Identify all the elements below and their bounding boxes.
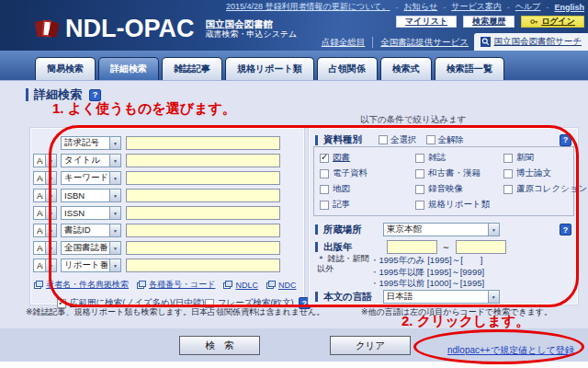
chevron-down-icon: ▼ — [109, 137, 120, 149]
service-guide-link[interactable]: サービス案内 — [451, 1, 502, 13]
operator-select[interactable]: And▼ — [33, 154, 57, 167]
tab-simple-search[interactable]: 簡易検索 — [35, 57, 96, 80]
logo-subtitle: 国立国会図書館 蔵書検索・申込システム — [205, 18, 297, 40]
field-select[interactable]: ISSN▼ — [61, 206, 121, 220]
checkbox-articles[interactable]: ✓記事 — [320, 199, 415, 211]
checkbox-electronic-materials[interactable]: ✓電子資料 — [320, 167, 415, 179]
checkbox-magazines[interactable]: ✓雑誌 — [415, 152, 503, 164]
chevron-down-icon: ▼ — [109, 155, 120, 167]
query-input[interactable] — [126, 154, 280, 167]
query-input[interactable] — [126, 206, 280, 220]
login-button[interactable]: ログイン — [521, 16, 584, 28]
tab-occupation-materials[interactable]: 占領関係 — [317, 57, 378, 80]
annotation-step2: 2. クリックします。 — [401, 313, 529, 330]
query-panel-note: ※雑誌記事、規格リポート類も検索します。日本占領関係資料は含まれません。 — [26, 306, 324, 318]
annotation-step1: 1. よく使うものを選びます。 — [52, 100, 236, 118]
query-row: And▼ タイトル▼ — [31, 152, 303, 169]
query-input[interactable] — [126, 189, 280, 202]
holding-location-select[interactable]: 東京本館▼ — [383, 223, 500, 236]
top-utility-links: 2015/4/28 登録利用者情報の更新について。 - お知らせ - サービス案… — [226, 1, 584, 13]
operator-select[interactable]: And▼ — [33, 206, 57, 220]
tab-search-term-list[interactable]: 検索語一覧 — [435, 57, 504, 80]
mylist-button[interactable]: マイリスト — [396, 16, 457, 28]
tab-advanced-search[interactable]: 詳細検索 — [98, 57, 159, 80]
query-row: And▼ ISSN▼ — [31, 204, 303, 222]
chevron-down-icon: ▼ — [109, 172, 120, 184]
checkbox-newspapers[interactable]: ✓新聞 — [503, 152, 587, 164]
deselect-all-option[interactable]: ✓ 全解除 — [426, 134, 465, 146]
pub-year-to-input[interactable] — [456, 240, 506, 254]
clear-button[interactable]: クリア — [330, 336, 411, 355]
update-notice-link[interactable]: 2015/4/28 登録利用者情報の更新について。 — [226, 1, 390, 13]
deselect-all-checkbox[interactable]: ✓ — [426, 135, 435, 144]
operator-select[interactable]: And▼ — [33, 259, 57, 272]
tab-magazine-articles[interactable]: 雑誌記事 — [162, 57, 222, 80]
register-default-link[interactable]: ndlopac++で規定値として登録 — [447, 344, 574, 357]
pub-year-from-input[interactable] — [387, 240, 437, 254]
select-all-checkbox[interactable]: ✓ — [379, 135, 388, 144]
help-link[interactable]: ヘルプ — [515, 1, 541, 13]
news-link[interactable]: お知らせ — [404, 1, 438, 13]
operator-select[interactable]: And▼ — [33, 241, 57, 255]
refine-note: 以下の条件で絞り込みます — [360, 114, 466, 126]
search-button[interactable]: 検 索 — [179, 336, 260, 355]
checkbox-doctoral-theses[interactable]: ✓博士論文 — [503, 167, 587, 179]
chevron-down-icon: ▼ — [488, 224, 499, 236]
main-tab-bar: 簡易検索 詳細検索 雑誌記事 規格リポート類 占領関係 検索式 検索語一覧 — [0, 51, 588, 81]
field-select[interactable]: 全国書誌番号▼ — [61, 241, 121, 255]
ndc-link[interactable]: NDC — [266, 281, 297, 290]
footer-strip — [0, 362, 588, 368]
separator: - — [396, 3, 399, 12]
query-input[interactable] — [126, 224, 280, 237]
ndl-search-link: 国立国会図書館サーチ — [494, 36, 582, 48]
chevron-down-icon: ▼ — [488, 291, 499, 303]
help-icon[interactable]: ? — [560, 224, 571, 236]
section-bar — [315, 224, 318, 235]
pub-year-examples: ・1995年のみ [1995]～[ ] ・1995年以降 [1995]～[999… — [370, 255, 484, 290]
checkbox-ashihara-collection[interactable]: ✓蘆原コレクション — [503, 183, 587, 195]
operator-select[interactable]: And▼ — [33, 189, 57, 202]
select-all-option[interactable]: ✓ 全選択 — [379, 134, 417, 146]
new-window-icon — [266, 281, 276, 289]
operator-select[interactable]: And▼ — [33, 171, 57, 185]
query-input[interactable] — [126, 171, 280, 185]
query-input[interactable] — [126, 136, 280, 150]
ndl-search-tab[interactable]: 国立国会図書館サーチ — [474, 33, 588, 51]
braille-catalog-link[interactable]: 点録全総目 — [322, 37, 366, 49]
checkbox-books[interactable]: ✓図書 — [320, 152, 415, 164]
text-language-select[interactable]: 日本語▼ — [383, 290, 500, 304]
checkbox-maps[interactable]: ✓地図 — [320, 183, 415, 195]
national-bibliography-link[interactable]: 全国書誌提供サービス — [380, 37, 469, 49]
help-icon[interactable]: ? — [560, 134, 571, 146]
ndlc-link[interactable]: NDLC — [223, 281, 258, 290]
example-line: ・1995年のみ [1995]～[ ] — [370, 255, 484, 267]
search-history-button[interactable]: 検索履歴 — [463, 16, 514, 28]
field-select[interactable]: 請求記号▼ — [61, 136, 121, 150]
query-input[interactable] — [126, 259, 280, 272]
numbers-codes-link[interactable]: 各種番号・コード — [137, 279, 215, 291]
field-select[interactable]: 書誌ID▼ — [61, 224, 121, 237]
section-bar — [315, 242, 318, 252]
query-row: And▼ 全国書誌番号▼ — [31, 239, 303, 257]
chevron-down-icon: ▼ — [45, 242, 56, 254]
title-bar-accent — [26, 88, 28, 101]
query-row: And▼ キーワード▼ — [31, 169, 303, 187]
field-select[interactable]: リポート番号▼ — [61, 259, 121, 272]
tab-search-formula[interactable]: 検索式 — [380, 57, 432, 80]
separator: - — [443, 3, 446, 12]
help-icon[interactable]: ? — [89, 89, 101, 101]
chevron-down-icon: ▼ — [45, 259, 56, 271]
field-select[interactable]: ISBN▼ — [61, 189, 121, 202]
field-select[interactable]: タイトル▼ — [61, 154, 121, 167]
new-window-icon — [223, 281, 232, 289]
operator-select[interactable]: And▼ — [33, 224, 57, 237]
checkbox-audio-visual[interactable]: ✓録音映像 — [415, 183, 503, 195]
english-link[interactable]: English — [554, 3, 584, 12]
field-select[interactable]: キーワード▼ — [61, 171, 121, 185]
checkbox-old-japanese-books[interactable]: ✓和古書・漢籍 — [415, 167, 503, 179]
checkbox-standards-reports[interactable]: ✓規格リポート類 — [415, 199, 503, 211]
tab-standards-reports[interactable]: 規格リポート類 — [225, 57, 314, 80]
logo[interactable]: NDL-OPAC 国立国会図書館 蔵書検索・申込システム — [35, 15, 297, 42]
author-subject-authority-link[interactable]: 著者名・件名典拠検索 — [34, 279, 129, 291]
query-input[interactable] — [126, 241, 280, 255]
